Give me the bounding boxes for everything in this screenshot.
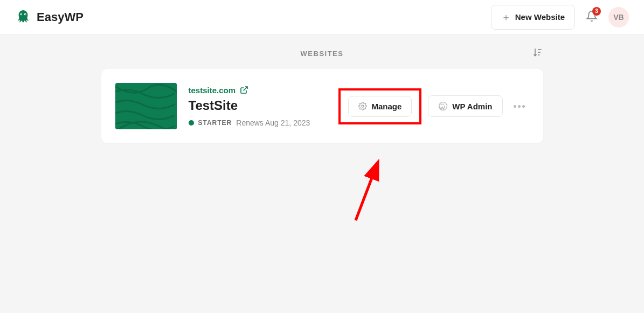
new-website-label: New Website: [515, 12, 565, 22]
site-thumbnail[interactable]: [115, 83, 177, 129]
dot-icon: [518, 105, 521, 108]
renew-text: Renews Aug 21, 2023: [236, 119, 310, 127]
external-link-icon[interactable]: [240, 86, 248, 94]
domain-link[interactable]: testsite.com: [189, 86, 236, 95]
website-card: testsite.com TestSite STARTER Renews Aug…: [101, 69, 543, 143]
wordpress-icon: [438, 101, 448, 111]
avatar[interactable]: VB: [608, 7, 629, 27]
thumbnail-pattern-icon: [115, 83, 177, 129]
site-info: testsite.com TestSite STARTER Renews Aug…: [189, 86, 339, 127]
gear-icon: [358, 102, 367, 110]
logo[interactable]: EasyWP: [15, 9, 84, 25]
svg-point-3: [25, 13, 26, 15]
manage-button[interactable]: Manage: [348, 96, 412, 117]
section-header: WEBSITES: [101, 45, 543, 61]
header-right: ＋ New Website 3 VB: [491, 5, 629, 30]
plan-label: STARTER: [198, 119, 232, 127]
section-title: WEBSITES: [301, 50, 344, 58]
top-header: EasyWP ＋ New Website 3 VB: [0, 0, 644, 34]
status-dot-icon: [189, 120, 194, 126]
annotation-highlight: Manage: [338, 88, 421, 124]
site-meta: STARTER Renews Aug 21, 2023: [189, 119, 339, 127]
notifications-button[interactable]: 3: [586, 10, 598, 24]
wpadmin-label: WP Admin: [452, 102, 492, 111]
svg-line-8: [244, 87, 247, 91]
svg-line-12: [356, 164, 377, 220]
new-website-button[interactable]: ＋ New Website: [491, 5, 575, 30]
sort-icon: [532, 47, 543, 58]
logo-text: EasyWP: [37, 10, 84, 24]
sort-button[interactable]: [532, 47, 543, 60]
dot-icon: [522, 105, 525, 108]
octopus-icon: [15, 9, 31, 25]
notification-badge: 3: [592, 7, 601, 16]
site-name: TestSite: [189, 98, 339, 113]
wpadmin-button[interactable]: WP Admin: [428, 95, 502, 117]
domain-row: testsite.com: [189, 86, 339, 95]
dot-icon: [514, 105, 516, 108]
svg-point-9: [362, 105, 364, 107]
main-content: WEBSITES testsite: [0, 34, 644, 154]
annotation-arrow-icon: [350, 156, 393, 226]
avatar-initials: VB: [613, 13, 624, 22]
plus-icon: ＋: [501, 11, 511, 24]
manage-label: Manage: [371, 102, 401, 111]
svg-point-2: [20, 13, 22, 15]
card-actions: Manage WP Admin: [338, 88, 529, 124]
more-button[interactable]: [509, 101, 529, 112]
